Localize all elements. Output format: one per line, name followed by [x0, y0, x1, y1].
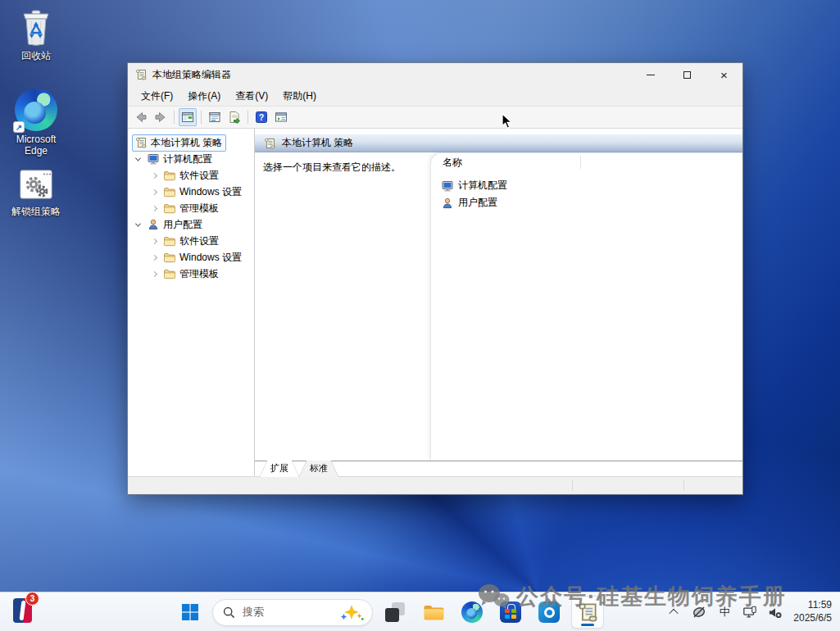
user-icon — [147, 218, 160, 231]
desktop-icon-edge[interactable]: ↗ Microsoft Edge — [5, 89, 67, 157]
result-pane: 本地计算机 策略 选择一个项目来查看它的描述。 名称 计算机配置 — [255, 129, 742, 476]
help-button[interactable]: ? — [252, 108, 270, 126]
tree-item-windows-settings-user[interactable]: Windows 设置 — [128, 249, 254, 266]
tree-item-admin-templates[interactable]: 管理模板 — [128, 200, 254, 216]
window-app-icon — [134, 68, 148, 81]
task-view-button[interactable] — [379, 596, 411, 629]
search-icon — [223, 606, 235, 619]
forward-button[interactable] — [152, 108, 170, 126]
tree-item-computer-config[interactable]: 计算机配置 — [128, 151, 254, 167]
notification-badge: 3 — [25, 592, 39, 606]
tree-item-label: 软件设置 — [179, 169, 219, 183]
folder-icon — [163, 185, 176, 198]
menu-help[interactable]: 帮助(H) — [276, 87, 323, 106]
clock-date: 2025/6/5 — [793, 612, 832, 625]
maximize-button[interactable] — [669, 63, 706, 86]
taskbar: 3 搜索 — [0, 592, 840, 631]
computer-icon — [147, 152, 160, 166]
chevron-down-icon[interactable] — [133, 223, 143, 227]
desktop-icon-recycle-bin[interactable]: 回收站 — [5, 8, 67, 62]
pen-disabled-icon[interactable] — [692, 605, 706, 620]
cast-device-icon[interactable] — [742, 605, 757, 620]
toolbar-separator — [174, 111, 175, 124]
back-arrow-icon — [134, 111, 148, 124]
desktop-screen: 回收站 ↗ Microsoft Edge 解锁组策略 本地组策略编辑器 × — [0, 0, 840, 631]
tree-item-label: 管理模板 — [179, 267, 219, 281]
list-item-user-config[interactable]: 用户配置 — [431, 194, 742, 211]
tree-item-admin-templates-user[interactable]: 管理模板 — [128, 266, 254, 282]
window-title: 本地组策略编辑器 — [152, 68, 627, 82]
menu-action[interactable]: 操作(A) — [181, 87, 227, 106]
volume-muted-icon[interactable] — [768, 605, 783, 620]
tree-item-software-settings-user[interactable]: 软件设置 — [128, 233, 254, 249]
chevron-down-icon[interactable] — [133, 157, 143, 161]
outlook-icon — [538, 601, 560, 623]
toolbar: ? — [128, 107, 742, 129]
chevron-right-icon[interactable] — [149, 207, 160, 211]
close-button[interactable]: × — [706, 63, 742, 86]
taskbar-app-outlook[interactable] — [533, 596, 565, 629]
chevron-right-icon[interactable] — [149, 272, 160, 276]
back-button[interactable] — [132, 108, 150, 126]
properties-button[interactable] — [206, 108, 224, 126]
taskbar-app-store[interactable] — [494, 596, 527, 629]
window-titlebar[interactable]: 本地组策略编辑器 × — [128, 63, 742, 86]
tab-standard[interactable]: 标准 — [299, 461, 338, 477]
show-console-tree-button[interactable] — [179, 108, 197, 126]
result-header-title: 本地计算机 策略 — [282, 136, 353, 150]
folder-icon — [163, 234, 176, 247]
view-tabstrip: 扩展 标准 — [255, 461, 742, 476]
help-icon: ? — [255, 111, 268, 124]
properties-icon — [208, 111, 221, 124]
forward-arrow-icon — [154, 111, 167, 124]
export-list-button[interactable] — [225, 108, 243, 126]
menu-file[interactable]: 文件(F) — [134, 87, 179, 106]
tab-extended[interactable]: 扩展 — [260, 461, 299, 477]
start-button[interactable] — [174, 596, 207, 629]
tree-item-label: Windows 设置 — [179, 251, 242, 265]
column-header-name[interactable]: 名称 — [431, 153, 742, 171]
tree-item-label: 本地计算机 策略 — [151, 136, 222, 150]
desktop-icon-label: 回收站 — [21, 51, 51, 62]
desktop-icon-unlock-gpo[interactable]: 解锁组策略 — [5, 167, 67, 218]
taskbar-app-gpedit-active[interactable] — [571, 596, 604, 629]
chevron-right-icon[interactable] — [149, 190, 160, 194]
clock-time: 11:59 — [793, 599, 832, 612]
tree-item-user-config[interactable]: 用户配置 — [128, 216, 254, 233]
search-input[interactable]: 搜索 — [212, 599, 373, 626]
svg-text:?: ? — [259, 112, 264, 122]
tree-item-software-settings[interactable]: 软件设置 — [128, 167, 254, 184]
gpedit-window: 本地组策略编辑器 × 文件(F) 操作(A) 查看(V) 帮助(H) — [127, 62, 743, 495]
menu-view[interactable]: 查看(V) — [229, 87, 275, 106]
chevron-right-icon[interactable] — [149, 239, 160, 243]
gpo-scroll-icon — [263, 137, 276, 150]
taskbar-app-explorer[interactable] — [417, 596, 450, 629]
tree-item-local-computer-policy[interactable]: 本地计算机 策略 — [128, 134, 254, 151]
result-body: 选择一个项目来查看它的描述。 名称 计算机配置 — [255, 152, 742, 461]
desktop-icon-label: 解锁组策略 — [11, 207, 61, 218]
chevron-right-icon[interactable] — [149, 256, 160, 260]
toolbar-separator — [201, 111, 202, 124]
taskbar-app-nba[interactable]: 3 — [13, 598, 32, 623]
user-icon — [441, 197, 454, 210]
extended-view-icon — [275, 111, 288, 124]
ime-indicator[interactable]: 中 — [717, 605, 732, 620]
toolbar-separator — [247, 111, 248, 124]
chevron-right-icon[interactable] — [149, 174, 160, 178]
extended-view-button[interactable] — [272, 108, 290, 126]
minimize-button[interactable] — [632, 63, 669, 86]
taskbar-app-edge[interactable] — [456, 596, 488, 629]
tree-item-label: 计算机配置 — [163, 152, 212, 166]
computer-icon — [441, 179, 454, 193]
list-item-computer-config[interactable]: 计算机配置 — [431, 177, 742, 194]
folder-icon — [163, 169, 176, 182]
tree-item-windows-settings[interactable]: Windows 设置 — [128, 184, 254, 200]
tray-overflow-chevron[interactable] — [666, 605, 681, 620]
console-content: 本地计算机 策略 计算机配置 软件设置 Windows 设置 — [128, 129, 742, 477]
desktop-icon-label: Microsoft Edge — [7, 134, 66, 157]
windows-logo-icon — [180, 602, 200, 622]
tray-clock[interactable]: 11:59 2025/6/5 — [793, 599, 832, 624]
export-list-icon — [228, 111, 241, 124]
result-header: 本地计算机 策略 — [255, 134, 742, 152]
column-divider[interactable] — [580, 156, 581, 169]
